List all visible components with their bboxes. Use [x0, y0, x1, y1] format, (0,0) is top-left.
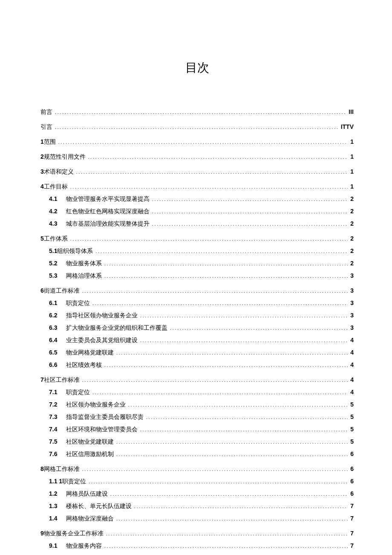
toc-entry-page: 6 [350, 475, 354, 487]
toc-entry-number: 5.2 [49, 257, 66, 269]
toc-entry-label: 职责定位 [62, 476, 86, 488]
toc-entry-label: 规范性引用文件 [44, 151, 86, 163]
toc-entry-leader: ........................................… [70, 182, 348, 192]
toc-entry-leader: ........................................… [88, 152, 348, 162]
toc-entry-leader: ........................................… [140, 336, 348, 345]
toc-entry-page: 2 [350, 257, 354, 269]
toc-entry-page: 5 [350, 436, 354, 447]
toc-entry: 1.3楼栋长、单元长队伍建设 .........................… [49, 500, 354, 512]
toc-entry-leader: ........................................… [82, 465, 348, 474]
toc-entry-number: 5 [40, 232, 44, 244]
toc-entry-label: 范围 [44, 136, 56, 148]
toc-entry-label: 物业服务等级标准 [66, 552, 114, 555]
toc-entry-leader: ........................................… [106, 529, 348, 538]
toc-entry-label: 网格治理体系 [66, 270, 102, 282]
toc-entry-page: 6 [350, 448, 354, 460]
toc-entry-label: 术语和定义 [44, 166, 74, 178]
toc-entry-leader: ........................................… [55, 108, 346, 117]
toc-entry-leader: ........................................… [92, 299, 348, 308]
toc-entry-leader: ........................................… [116, 514, 348, 523]
toc-entry-page: 4 [350, 334, 354, 346]
toc-entry-page: 5 [350, 423, 354, 435]
toc-entry-page: 7 [350, 500, 354, 512]
toc-entry-label: 指导社区领办物业服务企业 [66, 310, 138, 322]
toc-entry: 7.2社区领办物业服务企业 ..........................… [49, 398, 354, 411]
toc-entry-number: 5.3 [49, 270, 66, 282]
table-of-contents: 前言 .....................................… [40, 106, 354, 555]
toc-entry-number: 1.2 [49, 488, 66, 500]
toc-entry-label: 网格物业深度融合 [66, 513, 114, 525]
toc-entry-number: 6.3 [49, 322, 66, 334]
toc-entry-label: 物业服务企业工作标准 [44, 528, 104, 540]
toc-entry-number: 7.4 [49, 423, 66, 435]
toc-entry-page: 2 [350, 193, 354, 205]
toc-entry-number: 4.3 [49, 218, 66, 230]
toc-entry: 6.6社区绩效考核 ..............................… [49, 359, 354, 371]
toc-entry-leader: ........................................… [152, 219, 348, 229]
toc-entry: 7.3指导监督业主委员会履职尽责 .......................… [49, 411, 354, 423]
toc-entry-number: 1.4 [49, 512, 66, 524]
toc-entry-number: 9.2 [49, 552, 66, 555]
toc-entry-label: 引言 [40, 121, 52, 133]
toc-entry: 6.3扩大物业服务企业党的组织和工作覆盖 ...................… [49, 322, 354, 334]
toc-entry-leader: ........................................… [128, 400, 348, 410]
toc-entry-leader: ........................................… [89, 477, 348, 486]
toc-entry-number: 9 [40, 527, 44, 539]
toc-entry-label: 职责定位 [66, 297, 90, 309]
toc-entry-label: 指导监督业主委员会履职尽责 [66, 411, 144, 423]
toc-entry-number: 1.1 1 [49, 475, 62, 487]
toc-entry-leader: ........................................… [134, 502, 348, 511]
toc-entry-page: 6 [350, 488, 354, 500]
toc-entry-label: 街道工作标准 [44, 285, 80, 297]
toc-entry-leader: ........................................… [116, 437, 348, 447]
toc-entry-label: 网格工作标准 [44, 463, 80, 475]
toc-entry-page: 1 [350, 151, 354, 163]
toc-entry: 9.2物业服务等级标准 ............................… [49, 552, 354, 555]
toc-entry-leader: ........................................… [82, 375, 348, 385]
toc-entry-label: 社区环境和物业管理委员会 [66, 424, 138, 436]
toc-entry: 7.6社区信用激励机制 ............................… [49, 448, 354, 460]
toc-entry: 4.1物业管理服务水平实现显著提高 ......................… [49, 193, 354, 205]
toc-entry: 7.5社区物业党建联建 ............................… [49, 436, 354, 448]
toc-entry-label: 社区信用激励机制 [66, 448, 114, 460]
toc-entry-label: 扩大物业服务企业党的组织和工作覆盖 [66, 322, 167, 334]
toc-entry: 6.2指导社区领办物业服务企业 ........................… [49, 309, 354, 322]
toc-entry-number: 6 [40, 285, 44, 296]
toc-entry-label: 物业管理服务水平实现显著提高 [66, 193, 150, 205]
toc-entry-page: 2 [350, 205, 354, 217]
toc-entry-leader: ........................................… [104, 360, 348, 370]
toc-entry: 6 街道工作标准 ...............................… [40, 285, 354, 297]
toc-entry: 6.4业主委员会及其党组织建设 ........................… [49, 334, 354, 346]
toc-entry-page: 5 [350, 398, 354, 410]
toc-entry-page: 1 [350, 166, 354, 177]
toc-entry-page: 3 [350, 285, 354, 296]
toc-entry-page: 3 [350, 309, 354, 321]
toc-entry-page: 2 [350, 218, 354, 230]
toc-entry-page: 4 [350, 374, 354, 386]
toc-entry: 5.1 组织领导体系..............................… [49, 245, 354, 257]
toc-entry-label: 物业服务体系 [66, 258, 102, 270]
toc-entry-number: 2 [40, 151, 44, 163]
toc-entry-number: 7.6 [49, 448, 66, 460]
toc-entry: 9.1物业服务内容 ..............................… [49, 540, 354, 552]
toc-entry-number: 3 [40, 166, 44, 177]
toc-entry-number: 8 [40, 463, 44, 475]
toc-entry-label: 社区绩效考核 [66, 359, 102, 371]
toc-entry-label: 网格员队伍建设 [66, 488, 108, 500]
toc-entry: 5 工作体系 .................................… [40, 232, 354, 245]
toc-entry-page: 7 [350, 512, 354, 524]
toc-entry: 1.2网格员队伍建设 .............................… [49, 488, 354, 500]
toc-entry-page: 8 [350, 552, 354, 555]
toc-entry-page: 7 [350, 527, 354, 539]
toc-entry-leader: ........................................… [116, 450, 348, 459]
toc-entry-page: 3 [350, 322, 354, 334]
toc-entry-label: 楼栋长、单元长队伍建设 [66, 500, 132, 512]
toc-entry-number: 7.3 [49, 411, 66, 423]
toc-entry: 5.3网格治理体系 ..............................… [49, 270, 354, 282]
toc-entry-leader: ........................................… [92, 388, 348, 397]
toc-entry: 2 规范性引用文件 ..............................… [40, 151, 354, 163]
toc-entry-page: 7 [350, 540, 354, 552]
toc-entry-page: 2 [350, 232, 354, 244]
toc-entry-leader: ........................................… [152, 195, 348, 204]
toc-entry: 1.1 1 职责定位..............................… [49, 475, 354, 488]
